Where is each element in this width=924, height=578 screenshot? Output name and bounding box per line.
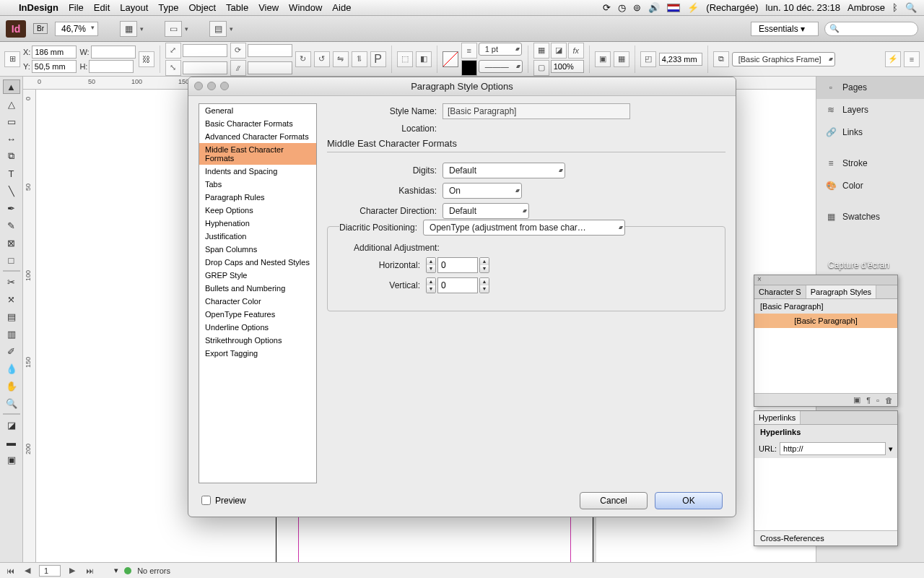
clear-overrides-icon[interactable]: ¶ [866, 396, 871, 405]
direct-selection-tool[interactable]: △ [3, 97, 20, 111]
stepper-down-icon[interactable]: ▼ [427, 285, 435, 293]
panel-layers[interactable]: ≋Layers [816, 99, 924, 121]
cat-advanced-character-formats[interactable]: Advanced Character Formats [199, 130, 316, 143]
digits-select[interactable]: Default [443, 163, 565, 178]
cat-justification[interactable]: Justification [199, 230, 316, 243]
volume-icon[interactable]: 🔊 [648, 2, 660, 13]
type-tool[interactable]: T [3, 166, 20, 181]
x-input[interactable] [32, 46, 77, 59]
width-input[interactable] [91, 46, 136, 59]
window-minimize-icon[interactable] [207, 82, 216, 90]
cat-indents-spacing[interactable]: Indents and Spacing [199, 165, 316, 178]
menu-window[interactable]: Window [289, 2, 322, 13]
page-tool[interactable]: ▭ [3, 114, 20, 129]
cat-span-columns[interactable]: Span Columns [199, 243, 316, 256]
timemachine-icon[interactable]: ◷ [618, 2, 626, 13]
cancel-button[interactable]: Cancel [580, 492, 648, 509]
effects-fx-icon[interactable]: fx [568, 43, 584, 59]
help-search-input[interactable]: 🔍 [824, 22, 918, 36]
line-tool[interactable]: ╲ [3, 184, 20, 198]
content-collector-tool[interactable]: ⧉ [3, 149, 20, 163]
object-style-select[interactable]: [Basic Graphics Frame] [732, 52, 835, 66]
window-close-icon[interactable] [194, 82, 203, 90]
horizontal-stepper[interactable]: ▲▼ ▲▼ [426, 257, 489, 273]
rectangle-frame-tool[interactable]: ⊠ [3, 236, 20, 250]
constrain-proportions-icon[interactable]: ⛓ [139, 51, 154, 67]
stepper-up-icon[interactable]: ▲ [480, 258, 489, 265]
stepper-down-icon[interactable]: ▼ [427, 265, 435, 272]
cat-bullets-numbering[interactable]: Bullets and Numbering [199, 282, 316, 295]
zoom-tool[interactable]: 🔍 [3, 396, 20, 410]
tab-hyperlinks[interactable]: Hyperlinks [754, 411, 801, 424]
menu-view[interactable]: View [258, 2, 279, 13]
menu-layout[interactable]: Layout [120, 2, 148, 13]
style-name-input[interactable] [443, 103, 630, 119]
panel-color[interactable]: 🎨Color [816, 175, 924, 197]
first-spread-icon[interactable]: ⏮ [4, 566, 16, 575]
open-panel-icon[interactable]: ▾ [114, 566, 118, 575]
panel-stroke[interactable]: ≡Stroke [816, 152, 924, 175]
cat-basic-character-formats[interactable]: Basic Character Formats [199, 117, 316, 130]
delete-style-icon[interactable]: 🗑 [885, 396, 893, 405]
vertical-ruler[interactable]: 0 50 100 150 200 [23, 90, 36, 562]
url-input[interactable] [780, 442, 886, 455]
diacritic-positioning-select[interactable]: OpenType (adjustment from base char… [423, 220, 625, 236]
pencil-tool[interactable]: ✎ [3, 218, 20, 233]
stepper-up-icon[interactable]: ▲ [480, 278, 489, 285]
clock[interactable]: lun. 10 déc. 23:18 [766, 2, 840, 13]
text-wrap-none-icon[interactable]: ▣ [595, 51, 611, 67]
stepper-down-icon[interactable]: ▼ [480, 265, 489, 272]
user-name[interactable]: Ambrose [847, 2, 885, 13]
panel-close-icon[interactable]: × [754, 275, 897, 285]
battery-icon[interactable]: ⚡ [687, 2, 699, 13]
cat-hyphenation[interactable]: Hyphenation [199, 217, 316, 230]
flip-vertical-icon[interactable]: ⥮ [352, 51, 367, 67]
cat-keep-options[interactable]: Keep Options [199, 204, 316, 217]
stroke-color-icon[interactable] [461, 60, 477, 76]
preview-checkbox[interactable]: Preview [201, 496, 246, 506]
shear-input[interactable] [248, 61, 292, 74]
pen-tool[interactable]: ✒ [3, 201, 20, 215]
flip-horizontal-icon[interactable]: ⇋ [333, 51, 349, 67]
eyedropper-tool[interactable]: 💧 [3, 361, 20, 376]
menu-help[interactable]: Aide [332, 2, 351, 13]
free-transform-tool[interactable]: ⤧ [3, 292, 20, 306]
new-style-icon[interactable]: ▫ [876, 396, 879, 405]
cat-strikethrough-options[interactable]: Strikethrough Options [199, 334, 316, 347]
vertical-stepper[interactable]: ▲▼ ▲▼ [426, 277, 489, 293]
style-item-basic-paragraph[interactable]: [Basic Paragraph] [754, 314, 897, 328]
drop-shadow-icon[interactable]: ◪ [551, 43, 567, 59]
corner-options-icon[interactable]: ◰ [640, 51, 656, 67]
wifi-icon[interactable]: ⊚ [633, 2, 641, 13]
cat-opentype-features[interactable]: OpenType Features [199, 308, 316, 321]
panel-links[interactable]: 🔗Links [816, 121, 924, 144]
prev-spread-icon[interactable]: ◀ [22, 566, 33, 575]
stepper-up-icon[interactable]: ▲ [427, 278, 435, 285]
tab-character-styles[interactable]: Character S [754, 285, 806, 298]
last-spread-icon[interactable]: ⏭ [84, 566, 95, 575]
text-wrap-bounding-icon[interactable]: ▦ [614, 51, 629, 67]
new-style-group-icon[interactable]: ▣ [853, 395, 860, 405]
gradient-swatch-tool[interactable]: ▤ [3, 309, 20, 324]
corner-radius-input[interactable] [659, 53, 702, 66]
tab-paragraph-styles[interactable]: Paragraph Styles [806, 285, 876, 298]
menu-edit[interactable]: Edit [94, 2, 110, 13]
fill-none-icon[interactable] [443, 51, 458, 67]
panel-pages[interactable]: ▫Pages [816, 77, 924, 99]
menu-file[interactable]: File [69, 2, 84, 13]
gradient-feather-tool[interactable]: ▥ [3, 327, 20, 341]
vertical-input[interactable] [437, 277, 478, 293]
selection-tool[interactable]: ▲ [3, 79, 20, 94]
arrange-documents-button[interactable]: ▤ [209, 21, 227, 37]
kashidas-select[interactable]: On [443, 183, 522, 199]
workspace-switcher[interactable]: Essentials ▾ [751, 22, 819, 36]
cat-character-color[interactable]: Character Color [199, 295, 316, 308]
gap-tool[interactable]: ↔ [3, 131, 20, 146]
cat-general[interactable]: General [199, 104, 316, 117]
preflight-status-icon[interactable] [124, 567, 131, 574]
cat-middle-east-character-formats[interactable]: Middle East Character Formats [199, 143, 316, 165]
fill-stroke-proxy[interactable]: ◪ [3, 418, 20, 432]
preflight-status-text[interactable]: No errors [137, 566, 170, 575]
bridge-button[interactable]: Br [33, 23, 48, 34]
y-input[interactable] [32, 60, 77, 73]
